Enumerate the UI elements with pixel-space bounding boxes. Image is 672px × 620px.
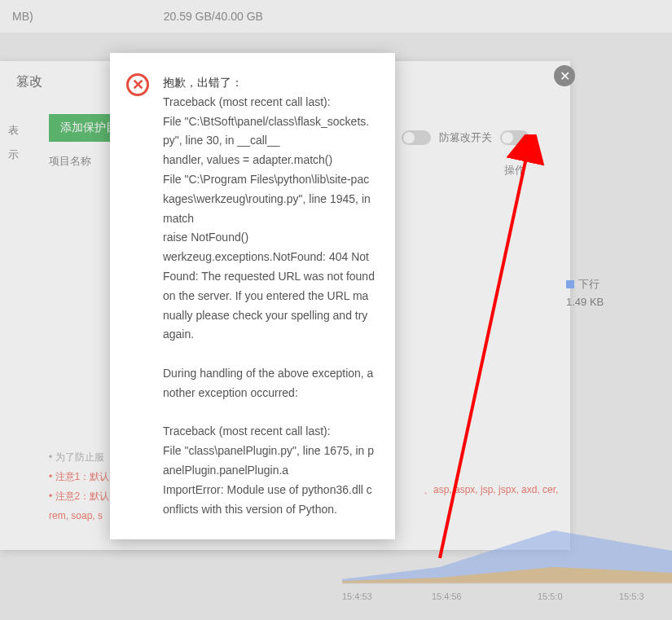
error-modal: ✕ 抱歉，出错了： Traceback (most recent call la… (110, 53, 395, 539)
tamper-toggle-label: 防篡改开关 (439, 130, 492, 145)
legend-swatch-down (566, 280, 574, 288)
sidebar-item-1[interactable]: 表 (0, 118, 39, 143)
legend-label-down: 下行 (578, 277, 600, 292)
toggle-unknown[interactable] (402, 130, 431, 145)
note-line-3: • 注意2：默认 (49, 490, 109, 502)
top-bar: MB) 20.59 GB/40.00 GB (0, 0, 672, 33)
note-ext-line: 、asp, aspx, jsp, jspx, axd, cer, (424, 480, 558, 499)
note-line-4: rem, soap, s (49, 506, 109, 525)
chart-x-2: 15:5:0 (538, 591, 563, 601)
chart-x-1: 15:4:56 (432, 591, 462, 601)
error-title: 抱歉，出错了： (163, 76, 243, 89)
error-body: Traceback (most recent call last): File … (163, 95, 378, 516)
chart-x-0: 15:4:53 (342, 591, 372, 601)
disk-usage-text: 20.59 GB/40.00 GB (164, 10, 263, 23)
topbar-left-text: MB) (12, 10, 33, 23)
notes-block: • 为了防止服 • 注意1：默认 • 注意2：默认 、asp, aspx, js… (49, 447, 109, 525)
ops-column-header: 操作 (504, 163, 525, 178)
sidebar-item-2[interactable]: 示 (0, 143, 39, 167)
error-icon: ✕ (126, 73, 149, 96)
panel-sidebar: 表 示 (0, 102, 39, 509)
stat-value-down: 1.49 KB (566, 296, 672, 308)
chart-x-3: 15:5:3 (619, 591, 644, 601)
close-button[interactable]: ✕ (554, 65, 575, 86)
tamper-toggle[interactable] (500, 130, 529, 145)
note-line-2: • 注意1：默认 (49, 467, 109, 486)
right-stats-panel: 下行 1.49 KB (566, 277, 672, 342)
project-name-label: 项目名称 (49, 154, 91, 169)
note-line-1: • 为了防止服 (49, 447, 109, 467)
close-icon: ✕ (560, 68, 570, 84)
